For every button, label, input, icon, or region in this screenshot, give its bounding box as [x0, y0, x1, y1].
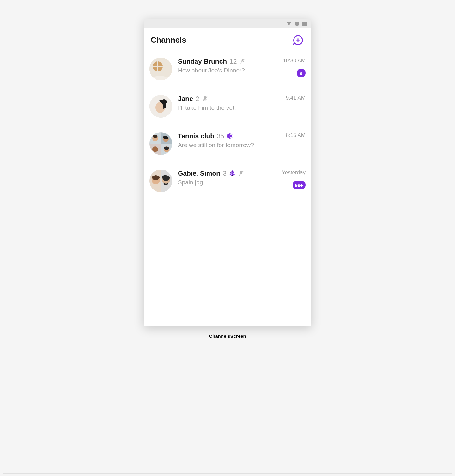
screen-caption: ChannelsScreen	[209, 333, 246, 339]
status-triangle-icon	[286, 22, 292, 26]
svg-point-1	[295, 22, 299, 26]
mute-icon	[202, 96, 208, 102]
channel-row[interactable]: Jane 2 I’ll take him	[149, 89, 311, 127]
app-header: Channels	[144, 28, 311, 52]
channel-list[interactable]: Sunday Brunch 12 How	[144, 52, 311, 326]
message-preview: Spain.jpg	[178, 179, 244, 186]
message-preview: I’ll take him to the vet.	[178, 104, 236, 111]
avatar	[149, 170, 172, 192]
new-chat-icon	[293, 35, 303, 46]
svg-point-21	[152, 146, 158, 152]
timestamp: Yesterday	[282, 170, 306, 176]
message-preview: Are we still on for tomorrow?	[178, 142, 254, 149]
unread-badge: 99+	[293, 181, 306, 189]
channels-screen: Channels	[144, 19, 311, 326]
message-preview: How about Joe’s Dinner?	[178, 67, 246, 74]
status-bar	[144, 19, 311, 28]
avatar	[149, 132, 172, 155]
snowflake-icon	[227, 133, 233, 139]
snowflake-icon	[229, 170, 235, 176]
channel-row[interactable]: Gabie, Simon 3	[149, 164, 311, 201]
status-circle-icon	[295, 22, 299, 26]
member-count: 12	[229, 58, 237, 65]
svg-point-11	[161, 99, 167, 104]
avatar	[149, 58, 172, 80]
member-count: 2	[196, 95, 199, 102]
channel-name: Tennis club	[178, 132, 214, 140]
mute-icon	[238, 170, 244, 176]
new-chat-button[interactable]	[292, 34, 304, 46]
unread-badge: 9	[297, 69, 306, 77]
timestamp: 9:41 AM	[286, 95, 306, 101]
member-count: 35	[217, 132, 224, 140]
avatar	[149, 95, 172, 118]
channel-name: Jane	[178, 95, 193, 102]
member-count: 3	[223, 170, 227, 177]
timestamp: 10:30 AM	[283, 58, 306, 64]
svg-marker-0	[287, 22, 292, 26]
status-square-icon	[302, 22, 307, 26]
svg-rect-2	[302, 22, 307, 26]
channel-name: Gabie, Simon	[178, 170, 220, 177]
channel-row[interactable]: Sunday Brunch 12 How	[149, 52, 311, 89]
channel-row[interactable]: Tennis club 35	[149, 127, 311, 164]
page-title: Channels	[151, 35, 186, 45]
mute-icon	[240, 58, 246, 65]
timestamp: 8:15 AM	[286, 132, 306, 139]
channel-name: Sunday Brunch	[178, 58, 227, 65]
